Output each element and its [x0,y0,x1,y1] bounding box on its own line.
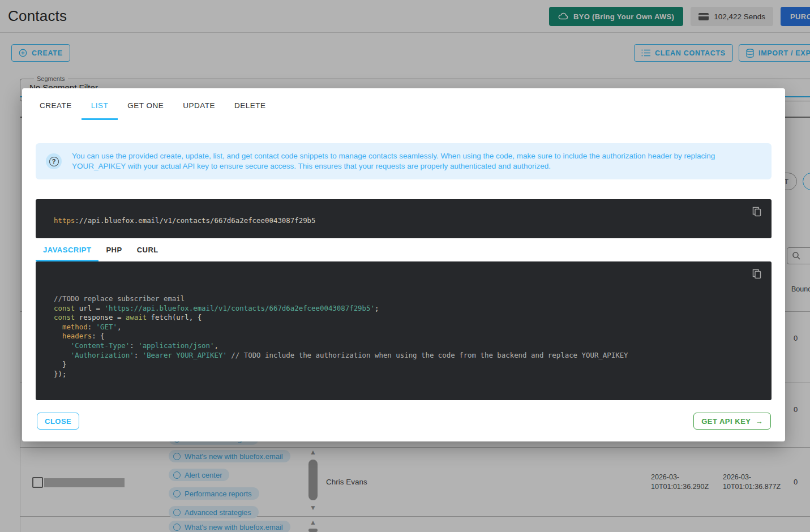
close-button[interactable]: CLOSE [37,413,79,430]
tab-list[interactable]: LIST [82,93,118,120]
code-snippet: //TODO replace subscriber emailconst url… [36,261,772,379]
tab-delete[interactable]: DELETE [225,93,276,120]
request-url: https://api.bluefox.email/v1/contacts/66… [36,199,772,226]
code-snippet-block: //TODO replace subscriber emailconst url… [36,261,772,400]
get-api-key-label: GET API KEY [701,417,751,426]
api-snippets-dialog: CREATE LIST GET ONE UPDATE DELETE ? You … [22,88,785,441]
tab-get-one[interactable]: GET ONE [118,93,173,120]
info-alert: ? You can use the provided create, updat… [36,143,772,179]
help-circle-icon: ? [46,153,62,169]
get-api-key-button[interactable]: GET API KEY → [693,413,771,430]
copy-code-button[interactable] [750,267,764,281]
tab-php[interactable]: PHP [98,240,129,261]
tab-update[interactable]: UPDATE [173,93,225,120]
request-url-block: https://api.bluefox.email/v1/contacts/66… [36,199,772,238]
tab-create[interactable]: CREATE [30,93,82,120]
dialog-tabs: CREATE LIST GET ONE UPDATE DELETE [30,93,276,120]
question-glyph: ? [49,157,59,166]
language-tabs: JAVASCRIPT PHP CURL [36,240,166,261]
tab-curl[interactable]: CURL [130,240,166,261]
copy-url-button[interactable] [750,205,764,218]
arrow-right-icon: → [756,417,764,426]
tab-javascript[interactable]: JAVASCRIPT [36,240,98,261]
info-alert-text: You can use the provided create, update,… [72,151,761,171]
